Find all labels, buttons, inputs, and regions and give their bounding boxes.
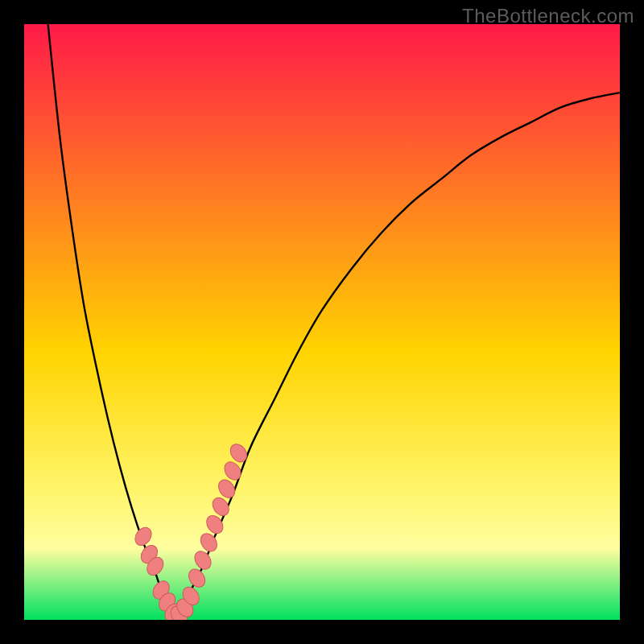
watermark-text: TheBottleneck.com xyxy=(462,5,634,27)
bottleneck-chart: TheBottleneck.com xyxy=(0,0,644,644)
chart-svg xyxy=(0,0,644,644)
plot-background xyxy=(24,24,620,620)
